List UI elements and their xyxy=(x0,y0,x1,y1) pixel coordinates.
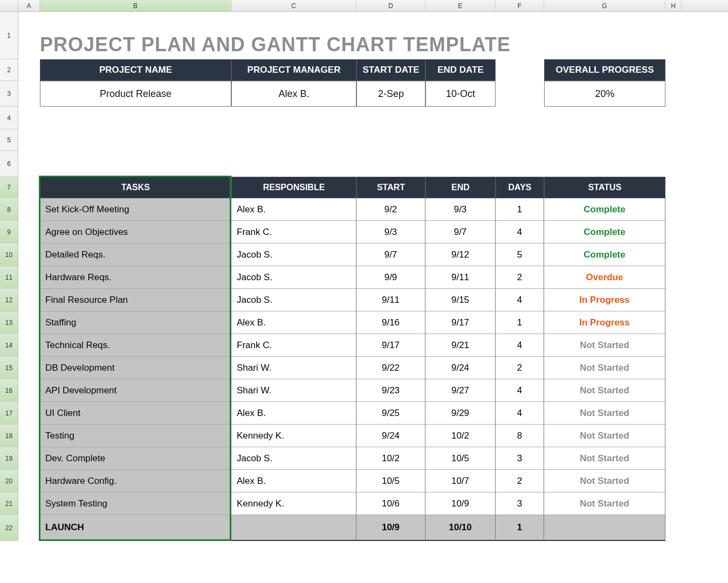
task-days-cell[interactable]: 5 xyxy=(496,244,544,266)
task-status-cell[interactable]: Not Started xyxy=(544,447,665,470)
task-name-cell[interactable]: Hardware Config. xyxy=(40,470,231,492)
cell-a1[interactable] xyxy=(18,12,40,59)
col-header-b[interactable]: B xyxy=(40,0,231,11)
row-header-15[interactable]: 15 xyxy=(0,357,18,379)
row-header-4[interactable]: 4 xyxy=(0,107,18,129)
task-start-cell[interactable]: 10/6 xyxy=(356,492,425,515)
row-header-2[interactable]: 2 xyxy=(0,59,18,81)
task-status-cell[interactable]: Overdue xyxy=(544,266,665,289)
task-name-cell[interactable]: Detailed Reqs. xyxy=(40,244,231,266)
cell-f2[interactable] xyxy=(496,59,544,81)
summary-value-project-manager[interactable]: Alex B. xyxy=(231,81,356,107)
cell-blank[interactable] xyxy=(18,470,40,492)
table-row[interactable]: Set Kick-Off MeetingAlex B.9/29/31Comple… xyxy=(18,198,728,221)
task-status-cell[interactable]: In Progress xyxy=(544,311,665,334)
cell-blank[interactable] xyxy=(18,244,40,266)
cell-blank[interactable] xyxy=(18,198,40,221)
task-name-cell[interactable]: LAUNCH xyxy=(40,515,231,541)
col-header-e[interactable]: E xyxy=(425,0,496,11)
task-status-cell[interactable]: Not Started xyxy=(544,357,665,379)
task-responsible-cell[interactable]: Shari W. xyxy=(231,379,356,402)
cell-blank[interactable] xyxy=(18,357,40,379)
task-days-cell[interactable]: 2 xyxy=(496,470,544,492)
spreadsheet-grid[interactable]: PROJECT PLAN AND GANTT CHART TEMPLATE PR… xyxy=(18,12,728,541)
task-header-tasks[interactable]: TASKS xyxy=(40,177,231,198)
task-responsible-cell[interactable]: Kennedy K. xyxy=(231,425,356,447)
task-name-cell[interactable]: Testing xyxy=(40,425,231,447)
cell-blank[interactable] xyxy=(18,379,40,402)
task-name-cell[interactable]: API Development xyxy=(40,379,231,402)
summary-value-start-date[interactable]: 2-Sep xyxy=(356,81,425,107)
task-name-cell[interactable]: Final Resource Plan xyxy=(40,289,231,311)
task-days-cell[interactable]: 1 xyxy=(496,198,544,221)
task-name-cell[interactable]: System Testing xyxy=(40,492,231,515)
task-status-cell[interactable]: Not Started xyxy=(544,470,665,492)
task-start-cell[interactable]: 9/22 xyxy=(356,357,425,379)
task-header-days[interactable]: DAYS xyxy=(496,177,544,198)
task-name-cell[interactable]: Technical Reqs. xyxy=(40,334,231,357)
col-header-f[interactable]: F xyxy=(496,0,544,11)
table-row[interactable]: TestingKennedy K.9/2410/28Not Started xyxy=(18,425,728,447)
task-start-cell[interactable]: 9/24 xyxy=(356,425,425,447)
row-header-18[interactable]: 18 xyxy=(0,425,18,447)
row-header-20[interactable]: 20 xyxy=(0,470,18,492)
task-end-cell[interactable]: 9/15 xyxy=(425,289,496,311)
task-responsible-cell[interactable]: Jacob S. xyxy=(231,244,356,266)
summary-header-overall-progress[interactable]: OVERALL PROGRESS xyxy=(544,59,665,81)
cell-blank[interactable] xyxy=(18,221,40,244)
select-all-corner[interactable] xyxy=(0,0,18,11)
task-responsible-cell[interactable] xyxy=(231,515,356,541)
cell-a7[interactable] xyxy=(18,177,40,198)
task-end-cell[interactable]: 9/7 xyxy=(425,221,496,244)
task-responsible-cell[interactable]: Frank C. xyxy=(231,334,356,357)
row-header-8[interactable]: 8 xyxy=(0,198,18,221)
task-header-status[interactable]: STATUS xyxy=(544,177,665,198)
row-header-12[interactable]: 12 xyxy=(0,289,18,311)
row-6-empty[interactable] xyxy=(18,151,665,177)
task-end-cell[interactable]: 10/2 xyxy=(425,425,496,447)
task-start-cell[interactable]: 10/9 xyxy=(356,515,425,541)
task-responsible-cell[interactable]: Alex B. xyxy=(231,470,356,492)
task-end-cell[interactable]: 9/17 xyxy=(425,311,496,334)
task-status-cell[interactable]: Not Started xyxy=(544,334,665,357)
task-status-cell[interactable]: Complete xyxy=(544,244,665,266)
table-row[interactable]: Agree on ObjectivesFrank C.9/39/74Comple… xyxy=(18,221,728,244)
col-header-g[interactable]: G xyxy=(544,0,665,11)
cell-blank[interactable] xyxy=(18,311,40,334)
cell-blank[interactable] xyxy=(18,515,40,541)
task-days-cell[interactable]: 1 xyxy=(496,311,544,334)
task-end-cell[interactable]: 9/29 xyxy=(425,402,496,425)
row-header-1[interactable]: 1 xyxy=(0,12,18,59)
task-end-cell[interactable]: 9/11 xyxy=(425,266,496,289)
task-start-cell[interactable]: 9/3 xyxy=(356,221,425,244)
row-header-16[interactable]: 16 xyxy=(0,379,18,402)
task-days-cell[interactable]: 4 xyxy=(496,289,544,311)
task-start-cell[interactable]: 10/2 xyxy=(356,447,425,470)
page-title[interactable]: PROJECT PLAN AND GANTT CHART TEMPLATE xyxy=(40,12,638,59)
task-start-cell[interactable]: 9/17 xyxy=(356,334,425,357)
table-row[interactable]: UI ClientAlex B.9/259/294Not Started xyxy=(18,402,728,425)
task-days-cell[interactable]: 1 xyxy=(496,515,544,541)
task-status-cell[interactable]: Not Started xyxy=(544,402,665,425)
task-status-cell[interactable] xyxy=(544,515,665,541)
task-name-cell[interactable]: Staffing xyxy=(40,311,231,334)
task-responsible-cell[interactable]: Kennedy K. xyxy=(231,492,356,515)
col-header-a[interactable]: A xyxy=(18,0,40,11)
cell-f3[interactable] xyxy=(496,81,544,107)
summary-value-project-name[interactable]: Product Release xyxy=(40,81,231,107)
col-header-h[interactable]: H xyxy=(665,0,682,11)
row-header-7[interactable]: 7 xyxy=(0,177,18,198)
summary-value-end-date[interactable]: 10-Oct xyxy=(425,81,496,107)
task-end-cell[interactable]: 10/7 xyxy=(425,470,496,492)
task-end-cell[interactable]: 9/21 xyxy=(425,334,496,357)
task-status-cell[interactable]: Complete xyxy=(544,198,665,221)
task-days-cell[interactable]: 4 xyxy=(496,334,544,357)
task-days-cell[interactable]: 4 xyxy=(496,379,544,402)
task-end-cell[interactable]: 10/5 xyxy=(425,447,496,470)
table-row[interactable]: Final Resource PlanJacob S.9/119/154In P… xyxy=(18,289,728,311)
cell-blank[interactable] xyxy=(18,334,40,357)
table-row[interactable]: API DevelopmentShari W.9/239/274Not Star… xyxy=(18,379,728,402)
col-header-c[interactable]: C xyxy=(231,0,356,11)
task-start-cell[interactable]: 9/9 xyxy=(356,266,425,289)
task-responsible-cell[interactable]: Jacob S. xyxy=(231,289,356,311)
